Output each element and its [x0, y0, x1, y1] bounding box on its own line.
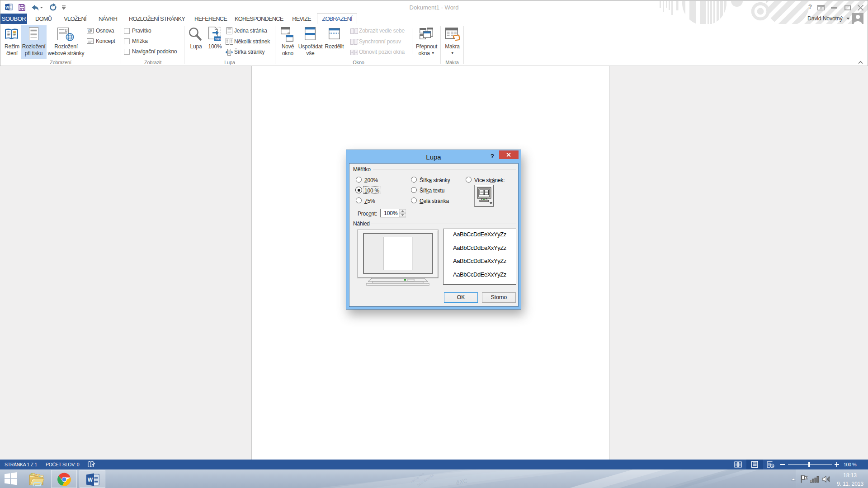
svg-text:W: W	[88, 477, 93, 483]
svg-text:100: 100	[215, 37, 221, 41]
svg-text:W: W	[5, 5, 9, 9]
